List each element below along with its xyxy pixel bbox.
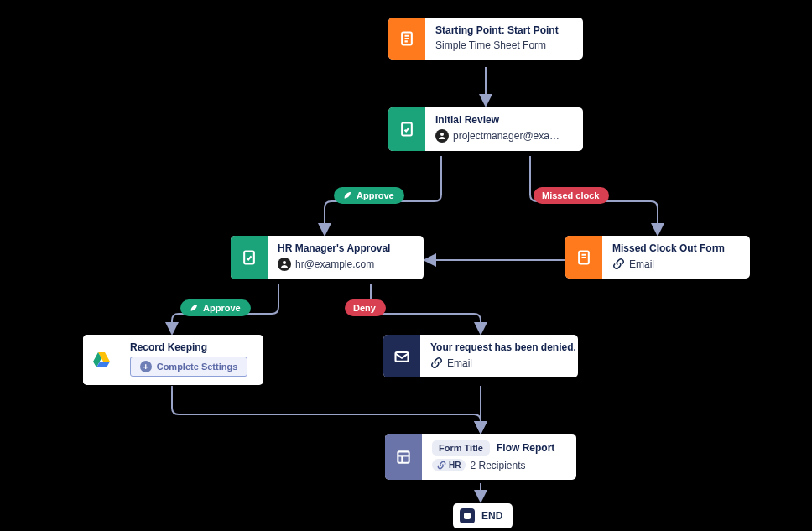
envelope-icon	[383, 335, 420, 377]
stop-icon	[460, 508, 475, 523]
end-label: END	[481, 510, 502, 522]
svg-rect-12	[398, 451, 409, 462]
flow-report-label: Flow Report	[497, 442, 554, 454]
google-drive-icon	[83, 335, 120, 385]
leaf-icon	[342, 190, 352, 200]
denied-title: Your request has been denied.	[430, 341, 576, 353]
svg-point-7	[283, 261, 286, 264]
user-avatar-icon	[435, 129, 449, 143]
form-title-chip: Form Title	[432, 440, 490, 456]
denied-channel: Email	[447, 357, 472, 369]
pill-approve-2[interactable]: Approve	[180, 299, 251, 316]
flow-canvas: Starting Point: Start Point Simple Time …	[0, 0, 812, 531]
record-keeping-title: Record Keeping	[130, 341, 247, 353]
plus-icon: +	[140, 361, 152, 372]
link-icon	[430, 357, 443, 369]
hr-approval-title: HR Manager's Approval	[278, 242, 390, 254]
pill-missed-clock[interactable]: Missed clock	[534, 187, 609, 204]
node-start[interactable]: Starting Point: Start Point Simple Time …	[388, 18, 583, 60]
approval-icon	[231, 236, 268, 279]
node-end[interactable]: END	[453, 503, 513, 528]
recipients-label: 2 Recipients	[470, 460, 525, 471]
initial-review-assignee: projectmanager@exa…	[453, 130, 560, 142]
missed-clock-channel: Email	[629, 258, 654, 270]
leaf-icon	[189, 303, 199, 313]
complete-settings-button[interactable]: + Complete Settings	[130, 357, 247, 377]
start-title: Starting Point: Start Point	[435, 24, 559, 36]
approval-icon	[388, 107, 425, 151]
user-avatar-icon	[278, 258, 291, 271]
initial-review-title: Initial Review	[435, 114, 560, 126]
node-hr-approval[interactable]: HR Manager's Approval hr@example.com	[231, 236, 424, 279]
link-icon	[612, 258, 625, 270]
hr-approval-assignee: hr@example.com	[295, 258, 374, 270]
form-forward-icon	[565, 236, 602, 279]
node-final-report[interactable]: Form Title Flow Report HR 2 Recipients	[385, 434, 576, 480]
missed-clock-title: Missed Clock Out Form	[612, 242, 725, 254]
pill-deny[interactable]: Deny	[345, 299, 386, 316]
node-initial-review[interactable]: Initial Review projectmanager@exa…	[388, 107, 583, 151]
node-record-keeping[interactable]: Record Keeping + Complete Settings	[83, 335, 263, 385]
pill-approve-1[interactable]: Approve	[334, 187, 404, 204]
document-icon	[388, 18, 425, 60]
hr-chip: HR	[432, 459, 466, 471]
node-denied[interactable]: Your request has been denied. Email	[383, 335, 578, 377]
table-icon	[385, 434, 422, 480]
node-missed-clock[interactable]: Missed Clock Out Form Email	[565, 236, 750, 279]
start-subtitle: Simple Time Sheet Form	[435, 39, 559, 51]
svg-point-5	[440, 133, 444, 136]
